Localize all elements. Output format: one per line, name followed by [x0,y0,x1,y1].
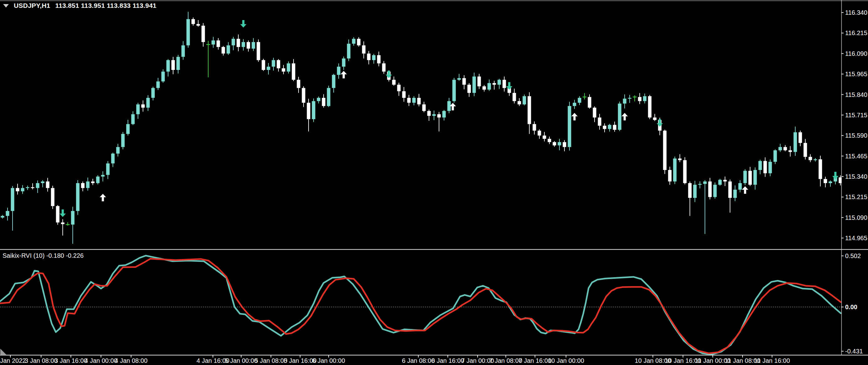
symbol-list-toggle-icon[interactable] [3,4,9,7]
time-axis[interactable] [0,355,868,365]
chart-window: USDJPY,H1113.851 113.951 113.833 113.941… [0,0,868,365]
symbol-timeframe-label: USDJPY,H1 [14,2,50,9]
main-chart-pane[interactable] [0,0,841,249]
indicator-pane[interactable] [0,250,841,355]
price-axis[interactable] [841,0,868,355]
indicator-name-label: Saikix-RVI (10) -0.180 -0.226 [2,252,84,259]
ohlc-quotes-label: 113.851 113.951 113.833 113.941 [55,2,156,9]
chart-title: USDJPY,H1113.851 113.951 113.833 113.941 [14,2,156,9]
